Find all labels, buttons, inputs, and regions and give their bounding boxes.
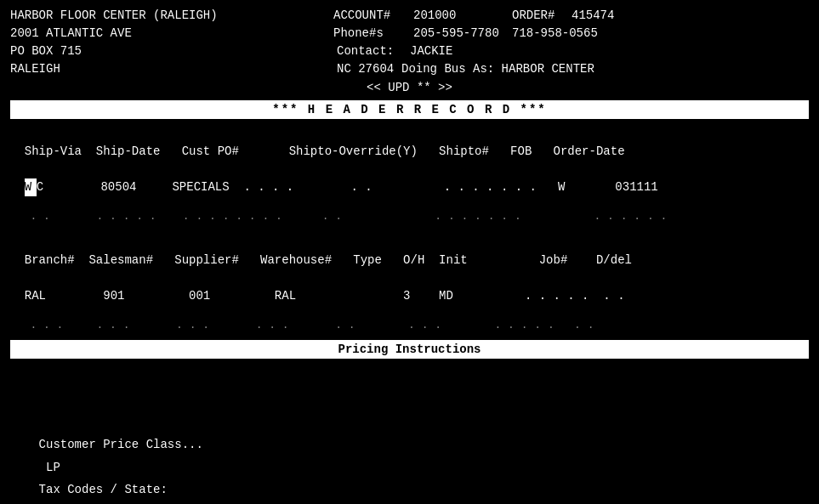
company-name: HARBOR FLOOR CENTER (RALEIGH) xyxy=(10,7,333,25)
branch-headers: Branch# Salesman# Supplier# Warehouse# T… xyxy=(25,253,632,267)
contact-name: JACKIE xyxy=(410,42,452,60)
account-label: ACCOUNT# xyxy=(333,7,410,25)
ship-values-rest: 80504 SPECIALS . . . . . . . . . . . . .… xyxy=(43,180,658,194)
ship-via-value: C xyxy=(37,180,43,194)
order-number: 415474 xyxy=(572,7,614,25)
cust-price-value[interactable]: LP xyxy=(39,461,96,474)
ship-dots: . . . . . . . . . . . . . . . . . . . . … xyxy=(24,210,668,223)
city: RALEIGH xyxy=(10,60,333,78)
address1: 2001 ATLANTIC AVE xyxy=(10,25,333,42)
branch-dots: . . . . . . . . . . . . . . . . . . . . … xyxy=(24,319,594,331)
header-record-banner: *** H E A D E R R E C O R D *** xyxy=(10,100,809,119)
cust-price-label: Customer Price Class... xyxy=(39,438,203,451)
phone-label: Phone#s xyxy=(333,25,410,42)
address2: PO BOX 715 xyxy=(10,42,333,60)
account-number: 201000 xyxy=(410,7,512,25)
ship-via-cursor[interactable]: W xyxy=(25,178,37,196)
doing-bus-as: Doing Bus As: HARBOR CENTER xyxy=(401,60,594,78)
tax-codes-label: Tax Codes / State: xyxy=(39,483,168,496)
contact-label: Contact: xyxy=(333,42,410,60)
branch-values: RAL 901 001 RAL 3 MD . . . . . . . xyxy=(25,289,625,303)
nav-text[interactable]: << UPD ** >> xyxy=(367,81,452,94)
ship-via-header: Ship-Via Ship-Date Cust PO# Shipto-Overr… xyxy=(25,144,625,158)
pricing-banner: Pricing Instructions xyxy=(10,340,809,359)
phone-number2: 718-958-0565 xyxy=(512,25,598,42)
pricing-line1: Customer Price Class... LP Tax Codes / S… xyxy=(10,411,809,504)
phone-number1: 205-595-7780 xyxy=(410,25,512,42)
state-zip: NC 27604 xyxy=(333,60,401,78)
order-label: ORDER# xyxy=(512,7,572,25)
